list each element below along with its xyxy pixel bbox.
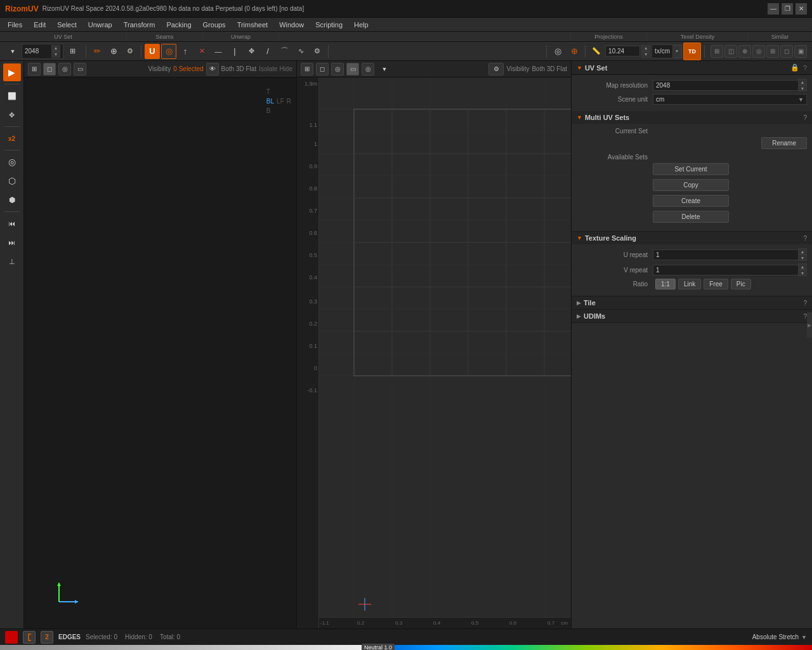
viewport-3d-canvas[interactable]: T BL LF R B: [24, 77, 296, 628]
menu-unwrap[interactable]: Unwrap: [83, 20, 117, 30]
uv-sphere-icon[interactable]: ◎: [331, 63, 344, 76]
unwrap-btn[interactable]: U: [145, 44, 160, 59]
loop-seam-btn[interactable]: ⊕: [106, 44, 121, 59]
menu-help[interactable]: Help: [349, 20, 374, 30]
menu-trimsheet[interactable]: Trimsheet: [232, 20, 273, 30]
map-res-spinners[interactable]: ▲ ▼: [798, 79, 807, 91]
menu-files[interactable]: Files: [3, 20, 27, 30]
hexagon-tool[interactable]: ⬡: [3, 172, 21, 190]
nav-prev[interactable]: ⏮: [3, 215, 21, 232]
weld-btn[interactable]: —: [211, 44, 226, 59]
menu-packing[interactable]: Packing: [161, 20, 196, 30]
vp3d-visibility-icon[interactable]: 👁: [206, 63, 219, 76]
delete-button[interactable]: Delete: [653, 211, 729, 223]
u-repeat-spinners[interactable]: ▲ ▼: [798, 248, 807, 261]
panel-collapse-arrow[interactable]: ▼: [577, 65, 582, 71]
uv-set-up[interactable]: ▲: [51, 45, 60, 51]
sim-icon-2[interactable]: ◫: [724, 45, 737, 58]
cut-tool-btn[interactable]: ✕: [194, 44, 209, 59]
menu-edit[interactable]: Edit: [29, 20, 51, 30]
panel-help-icon[interactable]: ?: [803, 63, 807, 72]
minimize-button[interactable]: —: [768, 3, 779, 15]
set-current-button[interactable]: Set Current: [653, 163, 729, 175]
multi-uv-sets-header[interactable]: ▼ Multi UV Sets ?: [572, 111, 812, 124]
panel-collapse-handle[interactable]: ▶: [807, 312, 812, 338]
map-res-down[interactable]: ▼: [798, 85, 807, 91]
x2-tool[interactable]: x2: [3, 129, 21, 147]
sim-icon-5[interactable]: ⊞: [766, 45, 779, 58]
sim-icon-4[interactable]: ◎: [752, 45, 765, 58]
texture-scaling-header[interactable]: ▼ Texture Scaling ?: [572, 232, 812, 244]
ratio-11-btn[interactable]: 1:1: [655, 279, 676, 289]
td-measure-btn[interactable]: 📏: [589, 44, 604, 59]
box-tool[interactable]: ⬢: [3, 191, 21, 209]
uv-target-icon[interactable]: ◎: [362, 63, 374, 76]
td-value-input[interactable]: [605, 46, 640, 56]
vp3d-grid-icon[interactable]: ⊞: [28, 63, 41, 76]
sim-icon-3[interactable]: ⊕: [738, 45, 751, 58]
v-repeat-spinners[interactable]: ▲ ▼: [798, 263, 807, 276]
u-repeat-up[interactable]: ▲: [798, 248, 807, 255]
td-icon-btn[interactable]: TD: [683, 43, 701, 60]
uv-canvas[interactable]: [319, 77, 571, 617]
close-button[interactable]: ✕: [796, 3, 807, 15]
multi-uv-help[interactable]: ?: [803, 114, 807, 121]
copy-button[interactable]: Copy: [653, 179, 729, 191]
udims-header[interactable]: ▶ UDIMs ?: [572, 310, 812, 322]
menu-window[interactable]: Window: [274, 20, 309, 30]
sim-icon-6[interactable]: ◻: [780, 45, 793, 58]
proj-sphere-btn[interactable]: ◎: [550, 44, 565, 59]
menu-transform[interactable]: Transform: [119, 20, 160, 30]
menu-scripting[interactable]: Scripting: [310, 20, 348, 30]
ratio-link-btn[interactable]: Link: [678, 279, 701, 289]
proj-cube-btn[interactable]: ⊕: [566, 44, 582, 59]
stretch-dropdown[interactable]: ▼: [801, 634, 807, 640]
rename-button[interactable]: Rename: [761, 137, 807, 149]
rect-select-tool[interactable]: ⬜: [3, 87, 21, 105]
v-repeat-input[interactable]: [653, 265, 798, 275]
td-unit-toggle[interactable]: ▼: [672, 45, 681, 58]
uv-set-down[interactable]: ▼: [51, 51, 60, 58]
grid-align-btn[interactable]: ✥: [244, 44, 259, 59]
spiral-btn[interactable]: ∿: [293, 44, 308, 59]
tile-header[interactable]: ▶ Tile ?: [572, 296, 812, 309]
scene-unit-dropdown[interactable]: ▼: [798, 96, 804, 103]
unwrap-settings-btn[interactable]: ⚙: [310, 44, 325, 59]
menu-groups[interactable]: Groups: [198, 20, 231, 30]
nav-next[interactable]: ⏭: [3, 234, 21, 251]
nav-end[interactable]: ⊣: [3, 253, 21, 270]
paint-seam-btn[interactable]: ✏: [89, 44, 105, 59]
ratio-free-btn[interactable]: Free: [704, 279, 728, 289]
uv-cube-icon[interactable]: ◻: [316, 63, 329, 76]
mode-btn-orange[interactable]: [23, 631, 36, 644]
vp3d-cube-icon[interactable]: ◻: [43, 63, 56, 76]
vp3d-flat-icon[interactable]: ▭: [74, 63, 86, 76]
uv-set-dropdown-arrow[interactable]: ▼: [5, 44, 20, 59]
create-button[interactable]: Create: [653, 195, 729, 207]
pin-btn[interactable]: |: [227, 44, 242, 59]
uv-vis-icon[interactable]: ⚙: [488, 63, 504, 76]
relax-btn[interactable]: /: [260, 44, 275, 59]
tile-help[interactable]: ?: [803, 300, 807, 307]
map-resolution-input[interactable]: [653, 80, 798, 91]
curve-btn[interactable]: ⌒: [277, 44, 292, 59]
transform-tool[interactable]: ✥: [3, 106, 21, 124]
seam-settings-btn[interactable]: ⚙: [122, 44, 138, 59]
map-res-up[interactable]: ▲: [798, 79, 807, 85]
vp3d-sphere-icon[interactable]: ◎: [58, 63, 71, 76]
uv-dropdown-btn[interactable]: ▼: [377, 62, 392, 77]
panel-lock-icon[interactable]: 🔒: [790, 63, 799, 72]
uv-set-spinners[interactable]: ▲ ▼: [51, 45, 60, 58]
td-down[interactable]: ▼: [641, 51, 650, 58]
menu-select[interactable]: Select: [52, 20, 82, 30]
cut-btn[interactable]: ◎: [161, 44, 176, 59]
uv-grid-area[interactable]: Distribute to tiles: ON Target TD: 10.24…: [297, 77, 571, 628]
u-repeat-down[interactable]: ▼: [798, 255, 807, 261]
circle-tool[interactable]: ◎: [3, 153, 21, 171]
mode-btn-number[interactable]: 2: [41, 631, 53, 644]
uv-set-grid-btn[interactable]: ⊞: [65, 44, 80, 59]
window-buttons[interactable]: — ❐ ✕: [768, 3, 807, 15]
uv-flat-icon[interactable]: ▭: [346, 63, 359, 76]
u-repeat-input[interactable]: [653, 249, 798, 260]
td-up[interactable]: ▲: [641, 45, 650, 51]
